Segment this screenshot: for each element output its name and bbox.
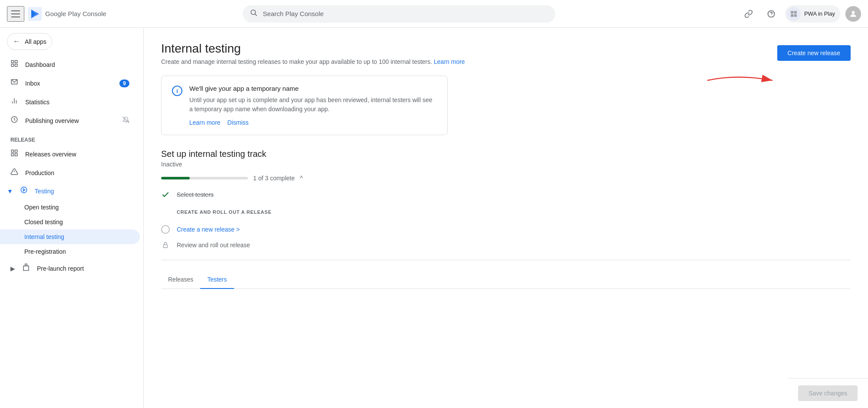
step-check-icon [161, 190, 170, 199]
info-icon: i [172, 86, 182, 96]
svg-rect-7 [791, 11, 793, 13]
page-subtitle: Create and manage internal testing relea… [161, 58, 465, 65]
step-label-create-release: Create a new release > [177, 226, 240, 233]
pre-launch-icon [22, 263, 30, 273]
step-circle-icon [161, 225, 170, 234]
svg-line-4 [255, 14, 257, 16]
info-title: We'll give your app a temporary name [189, 85, 437, 92]
create-new-release-button[interactable]: Create new release [777, 45, 851, 61]
step-item-create-release[interactable]: Create a new release > [161, 225, 851, 234]
search-bar [243, 5, 555, 23]
page-title: Internal testing [161, 42, 465, 56]
chevron-up-icon[interactable]: ^ [300, 175, 303, 182]
testing-icon [20, 186, 28, 196]
create-release-link[interactable]: Create a new release > [177, 226, 240, 233]
svg-point-28 [21, 187, 27, 193]
topbar-left: Google Play Console [7, 6, 151, 22]
production-label: Production [25, 169, 54, 176]
subtitle-learn-more-link[interactable]: Learn more [434, 58, 465, 65]
logo-area: Google Play Console [28, 7, 106, 21]
progress-bar-background [161, 177, 248, 179]
tab-testers[interactable]: Testers [200, 271, 234, 289]
setup-title: Set up internal testing track [161, 149, 851, 159]
progress-row: 1 of 3 complete ^ [161, 175, 851, 182]
sidebar-item-releases-overview[interactable]: Releases overview [0, 145, 140, 163]
link-icon-btn[interactable] [740, 5, 757, 23]
setup-section: Set up internal testing track Inactive 1… [161, 149, 851, 289]
step-lock-icon [161, 241, 170, 249]
app-chip-icon [787, 7, 801, 21]
step-label-select-testers: Select testers [177, 191, 214, 198]
svg-rect-8 [794, 11, 797, 13]
logo-text: Google Play Console [45, 10, 106, 17]
publishing-overview-label: Publishing overview [25, 117, 79, 124]
releases-overview-icon [10, 149, 18, 159]
statistics-icon [10, 97, 18, 107]
internal-testing-label: Internal testing [24, 233, 64, 240]
svg-marker-29 [23, 189, 25, 191]
testing-nav-row: ▼ Testing [0, 182, 143, 200]
svg-rect-23 [15, 150, 17, 152]
sidebar-item-dashboard[interactable]: Dashboard [0, 55, 140, 74]
step-item-select-testers: Select testers [161, 190, 851, 199]
search-input[interactable] [263, 10, 548, 17]
svg-rect-12 [11, 60, 13, 63]
sidebar-item-publishing-overview[interactable]: Publishing overview [0, 111, 140, 130]
sidebar: ← All apps Dashboard Inbox 9 Statistics [0, 28, 144, 408]
open-testing-label: Open testing [24, 204, 59, 211]
svg-rect-9 [791, 14, 793, 17]
pre-registration-label: Pre-registration [24, 248, 66, 255]
inbox-badge: 9 [119, 80, 129, 87]
all-apps-label: All apps [25, 38, 46, 45]
info-learn-more-link[interactable]: Learn more [189, 119, 221, 126]
svg-point-3 [251, 10, 256, 15]
dashboard-label: Dashboard [25, 61, 55, 68]
setup-status: Inactive [161, 161, 851, 168]
sidebar-item-closed-testing[interactable]: Closed testing [0, 215, 140, 229]
topbar-right: PWA in Play [740, 5, 861, 23]
closed-testing-label: Closed testing [24, 219, 63, 226]
sidebar-item-statistics[interactable]: Statistics [0, 93, 140, 111]
tab-row: Releases Testers [161, 271, 851, 289]
create-release-section-header: CREATE AND ROLL OUT A RELEASE [177, 209, 851, 215]
tab-releases[interactable]: Releases [161, 271, 200, 289]
sidebar-item-inbox[interactable]: Inbox 9 [0, 74, 140, 93]
topbar: Google Play Console PWA in Play [0, 0, 868, 28]
publishing-overview-icon [10, 116, 18, 126]
sidebar-item-pre-registration[interactable]: Pre-registration [0, 244, 140, 259]
sidebar-item-testing[interactable]: Testing [17, 182, 140, 200]
svg-point-11 [852, 11, 855, 14]
svg-line-21 [123, 116, 129, 123]
help-icon-btn[interactable] [762, 5, 780, 23]
info-dismiss-link[interactable]: Dismiss [228, 119, 249, 126]
info-box: i We'll give your app a temporary name U… [161, 76, 448, 135]
info-description: Until your app set up is complete and yo… [189, 96, 437, 114]
inbox-label: Inbox [25, 80, 40, 87]
sidebar-item-pre-launch-report[interactable]: ▶ Pre-launch report [0, 259, 140, 278]
save-bar: Save changes [788, 378, 868, 408]
info-links: Learn more Dismiss [189, 119, 437, 126]
svg-rect-25 [15, 154, 17, 156]
save-changes-button[interactable]: Save changes [798, 385, 858, 401]
sidebar-item-production[interactable]: Production [0, 163, 140, 182]
sidebar-item-internal-testing[interactable]: Internal testing [0, 229, 140, 244]
info-content: We'll give your app a temporary name Unt… [189, 85, 437, 126]
page-header: Internal testing Create and manage inter… [161, 42, 851, 65]
sidebar-item-open-testing[interactable]: Open testing [0, 200, 140, 215]
hamburger-menu[interactable] [7, 6, 24, 22]
svg-rect-15 [15, 64, 17, 66]
content-area: Internal testing Create and manage inter… [144, 28, 868, 408]
testing-collapse-arrow[interactable]: ▼ [0, 184, 17, 199]
logo-icon [28, 7, 42, 21]
dashboard-icon [10, 60, 18, 70]
releases-overview-label: Releases overview [25, 151, 76, 158]
app-chip[interactable]: PWA in Play [785, 5, 840, 23]
svg-rect-22 [11, 150, 13, 152]
all-apps-button[interactable]: ← All apps [7, 33, 52, 50]
page-header-left: Internal testing Create and manage inter… [161, 42, 465, 65]
inbox-icon [10, 78, 18, 88]
app-name: PWA in Play [804, 10, 835, 17]
user-avatar[interactable] [845, 6, 861, 22]
svg-rect-13 [15, 60, 17, 63]
statistics-label: Statistics [25, 99, 50, 106]
